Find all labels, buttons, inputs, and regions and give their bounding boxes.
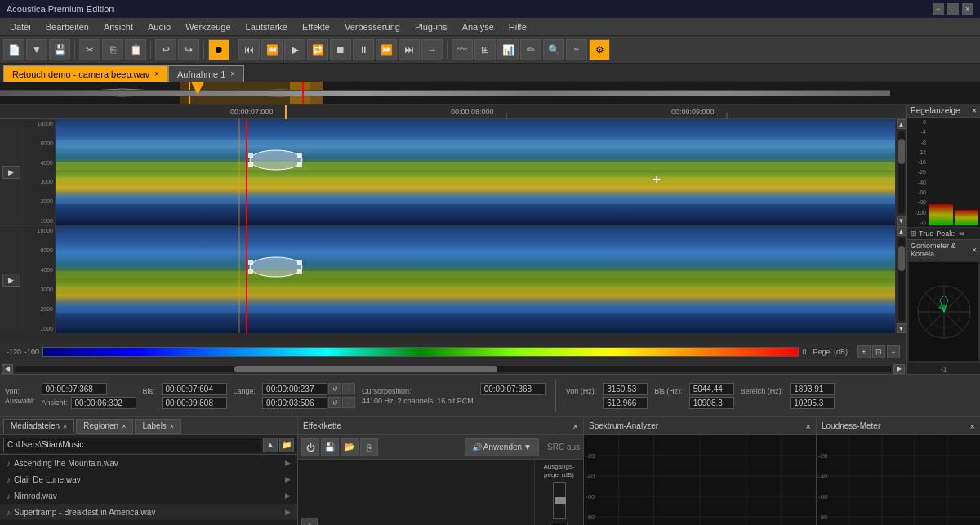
- tab-regionen-close[interactable]: ×: [122, 422, 126, 430]
- track1-expand[interactable]: ▶: [2, 166, 20, 179]
- menubar: Datei Bearbeiten Ansicht Audio Werkzeuge…: [0, 18, 980, 36]
- menu-audio[interactable]: Audio: [141, 20, 177, 33]
- vscroll-2[interactable]: ▲ ▼: [895, 226, 906, 333]
- hscroll-thumb[interactable]: [234, 366, 497, 372]
- laenge-reset-1[interactable]: ↺: [328, 383, 341, 394]
- menu-werkzeuge[interactable]: Werkzeuge: [179, 20, 237, 33]
- path-up-btn[interactable]: ▲: [263, 438, 278, 452]
- tab-mediadateien[interactable]: Mediadateien ×: [3, 419, 74, 434]
- loop-button[interactable]: 🔁: [307, 39, 328, 60]
- info-cursor-val: 00:00:07:368: [480, 383, 546, 395]
- zoom-fit-button[interactable]: ⊡: [872, 345, 885, 358]
- loop2-button[interactable]: ↔: [421, 39, 443, 60]
- file-item-2[interactable]: ♪ Clair De Lune.wav ▶: [0, 471, 297, 487]
- tab-aufnahme[interactable]: Aufnahme 1 ×: [168, 65, 244, 82]
- spectrum-close[interactable]: ×: [806, 421, 811, 431]
- tab-aufnahme-close[interactable]: ×: [230, 69, 235, 78]
- vscroll-down-1[interactable]: ▼: [897, 216, 906, 225]
- effects-close[interactable]: ×: [573, 421, 578, 431]
- menu-plugins[interactable]: Plug-ins: [408, 20, 454, 33]
- copy-button[interactable]: ⎘: [102, 39, 123, 60]
- gonio-close[interactable]: ×: [972, 246, 977, 255]
- laenge-reset-2[interactable]: ↺: [328, 397, 341, 408]
- vscroll-1[interactable]: ▲ ▼: [895, 119, 906, 225]
- file-item-3[interactable]: ♪ Nimrod.wav ▶: [0, 487, 297, 504]
- settings-button[interactable]: ⚙: [589, 39, 610, 60]
- pause-button[interactable]: ⏸: [353, 39, 374, 60]
- paste-button[interactable]: 📋: [125, 39, 146, 60]
- level-panel-close[interactable]: ×: [972, 106, 977, 115]
- play-button[interactable]: ▶: [284, 39, 305, 60]
- eff-save-btn[interactable]: 💾: [321, 438, 339, 456]
- path-input[interactable]: [3, 438, 261, 452]
- spec-display-2[interactable]: [56, 226, 895, 333]
- vscroll-thumb-1[interactable]: [898, 139, 905, 164]
- menu-analyse[interactable]: Analyse: [456, 20, 501, 33]
- hscrollbar[interactable]: ◀ ▶: [0, 363, 906, 374]
- vscroll-thumb-2[interactable]: [898, 246, 905, 271]
- menu-datei[interactable]: Datei: [3, 20, 38, 33]
- tab-media-close[interactable]: ×: [63, 422, 67, 430]
- ffwd-button[interactable]: ⏩: [376, 39, 397, 60]
- record-button[interactable]: ⏺: [208, 39, 229, 60]
- start-button[interactable]: ⏮: [238, 39, 260, 60]
- loudness-close[interactable]: ×: [970, 421, 975, 431]
- restore-button[interactable]: □: [947, 3, 959, 15]
- eff-power-btn[interactable]: ⏻: [301, 438, 319, 456]
- vscroll-up-2[interactable]: ▲: [897, 226, 906, 236]
- laenge-set-1[interactable]: →: [342, 383, 355, 394]
- svg-rect-62: [817, 435, 980, 525]
- tab-retouch-close[interactable]: ×: [154, 69, 159, 78]
- open-button[interactable]: ▼: [26, 39, 47, 60]
- cut-button[interactable]: ✂: [79, 39, 100, 60]
- rewind-button[interactable]: ⏪: [261, 39, 283, 60]
- minimize-button[interactable]: −: [933, 3, 944, 15]
- vscroll-up-1[interactable]: ▲: [897, 119, 906, 129]
- stop-button[interactable]: ⏹: [330, 39, 351, 60]
- vscroll-down-2[interactable]: ▼: [897, 323, 906, 333]
- waveform-button[interactable]: 〰: [452, 39, 473, 60]
- waveform-overview[interactable]: // Generated inline - just visual repres…: [0, 82, 980, 105]
- save-button[interactable]: 💾: [49, 39, 70, 60]
- tab-retouch[interactable]: Retouch demo - camera beep.wav ×: [3, 65, 168, 82]
- output-fader-track[interactable]: [553, 482, 566, 519]
- laenge-set-2[interactable]: →: [342, 397, 355, 408]
- freq-tool[interactable]: ≈: [566, 39, 587, 60]
- eff-copy-btn[interactable]: ⎘: [360, 438, 378, 456]
- undo-button[interactable]: ↩: [155, 39, 176, 60]
- file-item-4[interactable]: ♪ Supertramp - Breakfast in America.wav …: [0, 504, 297, 520]
- spec-display-1[interactable]: +: [56, 119, 895, 225]
- menu-lautstaerke[interactable]: Lautstärke: [239, 20, 294, 33]
- tab-regionen[interactable]: Regionen ×: [76, 419, 133, 434]
- zoom-in-button[interactable]: +: [858, 345, 871, 358]
- zoom-out-button[interactable]: −: [887, 345, 900, 358]
- new-button[interactable]: 📄: [3, 39, 24, 60]
- menu-bearbeiten[interactable]: Bearbeiten: [39, 20, 96, 33]
- track2-expand[interactable]: ▶: [2, 274, 20, 287]
- path-folder-btn[interactable]: 📁: [279, 438, 294, 452]
- hscroll-left[interactable]: ◀: [2, 364, 13, 374]
- output-fader-thumb[interactable]: [555, 497, 566, 504]
- close-button[interactable]: ×: [962, 3, 973, 15]
- redo-button[interactable]: ↪: [178, 39, 199, 60]
- snap-button[interactable]: ⊞: [474, 39, 496, 60]
- hscroll-right[interactable]: ▶: [893, 364, 905, 374]
- tab-labels[interactable]: Labels ×: [135, 419, 181, 434]
- toolbar: 📄 ▼ 💾 ✂ ⎘ 📋 ↩ ↪ ⏺ ⏮ ⏪ ▶ 🔁 ⏹ ⏸ ⏩ ⏭ ↔ 〰 ⊞ …: [0, 36, 980, 64]
- menu-ansicht[interactable]: Ansicht: [97, 20, 140, 33]
- pencil-button[interactable]: ✏: [520, 39, 541, 60]
- menu-hilfe[interactable]: Hilfe: [502, 20, 533, 33]
- apply-button[interactable]: 🔊 Anwenden ▼: [465, 438, 539, 456]
- add-effect-button[interactable]: +: [301, 518, 318, 525]
- spectrum-button[interactable]: 📊: [497, 39, 519, 60]
- file-item-5[interactable]: ♪ Supertramp - The Logical Song.wav ▶: [0, 520, 297, 525]
- end-button[interactable]: ⏭: [399, 39, 420, 60]
- file-item-1[interactable]: ♪ Ascending the Mountain.wav ▶: [0, 455, 297, 471]
- level-40: -40: [908, 180, 926, 185]
- zoom-tool[interactable]: 🔍: [543, 39, 564, 60]
- eff-open-btn[interactable]: 📂: [341, 438, 359, 456]
- tab-labels-close[interactable]: ×: [170, 422, 174, 430]
- menu-verbesserung[interactable]: Verbesserung: [338, 20, 407, 33]
- info-cursor-values: 00:00:07:368: [480, 383, 546, 408]
- menu-effekte[interactable]: Effekte: [296, 20, 336, 33]
